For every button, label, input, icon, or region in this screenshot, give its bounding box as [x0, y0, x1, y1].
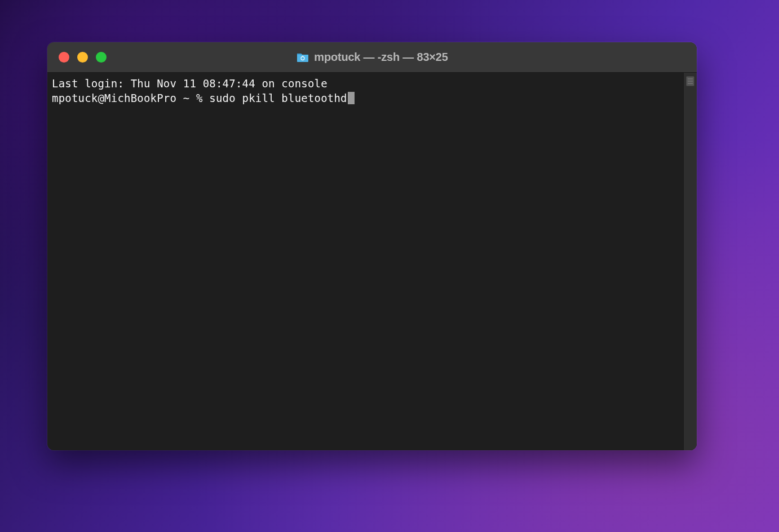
folder-icon	[296, 52, 309, 63]
window-titlebar[interactable]: mpotuck — -zsh — 83×25	[47, 42, 697, 73]
scrollbar-thumb[interactable]	[686, 76, 694, 86]
scrollbar-track[interactable]	[683, 73, 697, 450]
terminal-prompt: mpotuck@MichBookPro ~ %	[52, 92, 209, 104]
terminal-cursor	[348, 92, 355, 104]
minimize-button[interactable]	[77, 52, 88, 63]
terminal-body: Last login: Thu Nov 11 08:47:44 on conso…	[47, 73, 697, 450]
terminal-window: mpotuck — -zsh — 83×25 Last login: Thu N…	[47, 42, 697, 450]
close-button[interactable]	[59, 52, 69, 63]
svg-point-0	[301, 56, 304, 60]
svg-rect-1	[303, 55, 303, 56]
terminal-prompt-line: mpotuck@MichBookPro ~ % sudo pkill bluet…	[52, 91, 679, 105]
terminal-output-line: Last login: Thu Nov 11 08:47:44 on conso…	[52, 76, 679, 91]
window-title: mpotuck — -zsh — 83×25	[314, 51, 448, 64]
terminal-command: sudo pkill bluetoothd	[209, 92, 347, 104]
terminal-content[interactable]: Last login: Thu Nov 11 08:47:44 on conso…	[47, 73, 683, 450]
title-container: mpotuck — -zsh — 83×25	[47, 51, 697, 64]
traffic-lights	[47, 52, 107, 63]
zoom-button[interactable]	[96, 52, 107, 63]
